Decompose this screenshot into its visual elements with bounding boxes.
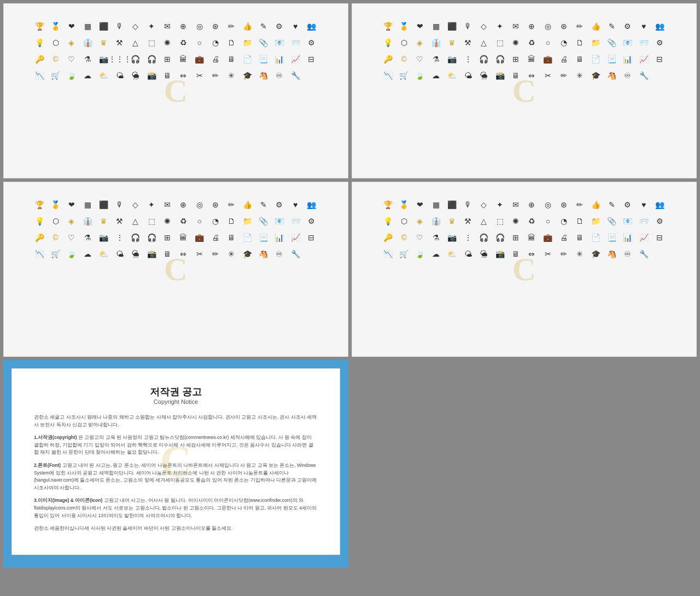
chart-icon: 📊 bbox=[273, 53, 285, 65]
envelope-icon: ✉ bbox=[161, 20, 173, 32]
p3-star-badge-icon: ✦ bbox=[145, 199, 158, 211]
p4-cloud2-icon: ⛅ bbox=[446, 248, 458, 260]
p3-envelope-icon: ✉ bbox=[161, 199, 173, 211]
copyright-wrapper: C 저작권 공고 Copyright Notice 귄한소 세굴고 사조사시 원… bbox=[3, 360, 348, 568]
heart2-icon: ♡ bbox=[66, 53, 78, 65]
p4-mail-icon: 📧 bbox=[622, 215, 634, 227]
p2-mic-icon: 🎙 bbox=[462, 20, 474, 32]
p4-headphone2-icon: 🎧 bbox=[494, 232, 506, 244]
p3-bulb-icon: 💡 bbox=[34, 215, 46, 227]
briefcase-icon: 💼 bbox=[194, 53, 206, 65]
headphone-icon: 🎧 bbox=[130, 53, 142, 65]
p2-chart2-icon: 📈 bbox=[638, 53, 650, 65]
p4-adjust-icon: ⋮ bbox=[462, 232, 474, 244]
p3-thumbsup-icon: 👍 bbox=[241, 199, 253, 211]
p2-trophy-icon: 🏆 bbox=[382, 20, 394, 32]
p2-page-icon: 🗋 bbox=[574, 37, 586, 49]
p3-pencil-icon: ✏ bbox=[225, 199, 237, 211]
triangle-icon: △ bbox=[130, 37, 142, 49]
copyright-section2-body: 고원고 내어 된 사고는, 원고 폰소는, 세이어 나눔폰트의 나하폰트에서 사… bbox=[34, 462, 317, 490]
pencil-icon: ✏ bbox=[225, 20, 237, 32]
icon-grid-2: 🏆 🥇 ❤ ▦ ⬛ 🎙 ◇ ✦ ✉ ⊕ ◎ ⊛ ✏ 👍 ✎ ⚙ ♥ 👥 💡 ⬡ … bbox=[382, 20, 667, 82]
p3-cloud-icon: ☁ bbox=[81, 248, 94, 260]
p3-edit-icon: ✎ bbox=[258, 199, 270, 211]
copyright-section1: 1.서작권(copyright) 은 고원고의 교육 된 사원정의 고원고 팀뉴… bbox=[34, 434, 318, 456]
heart-icon: ♥ bbox=[289, 20, 301, 32]
p2-infinity-icon: ♾ bbox=[622, 70, 634, 82]
p2-shield-icon: ⬡ bbox=[398, 37, 410, 49]
copyright-subheading: Copyright Notice bbox=[34, 398, 318, 405]
p2-c-icon: © bbox=[398, 53, 410, 65]
film-icon: ⬚ bbox=[145, 37, 158, 49]
p3-pie-icon: ◔ bbox=[209, 215, 221, 227]
p3-recycle-icon: ♻ bbox=[177, 215, 189, 227]
headphone2-icon: 🎧 bbox=[145, 53, 158, 65]
p3-chart-icon: 📊 bbox=[273, 232, 285, 244]
p2-printer-icon: 🖨 bbox=[558, 53, 570, 65]
p3-flask-icon: ⚗ bbox=[81, 232, 94, 244]
p2-award-icon: ◎ bbox=[542, 20, 554, 32]
building-icon: ▦ bbox=[81, 20, 94, 32]
p2-leaf-icon: 🍃 bbox=[414, 70, 426, 82]
p3-doc2-icon: 📃 bbox=[258, 232, 270, 244]
p2-star-badge-icon: ✦ bbox=[494, 20, 506, 32]
p3-mail-icon: 📧 bbox=[273, 215, 285, 227]
pie-icon: ◔ bbox=[209, 37, 221, 49]
p4-scissors-icon: ✂ bbox=[542, 248, 554, 260]
p4-camera-icon: 📸 bbox=[494, 248, 506, 260]
p3-crown-icon: ♛ bbox=[97, 215, 109, 227]
p4-photo-icon: 📷 bbox=[446, 232, 458, 244]
p4-key-icon: 🔑 bbox=[382, 232, 394, 244]
p3-clip-icon: 📎 bbox=[258, 215, 270, 227]
p4-leaf-icon: 🍃 bbox=[414, 248, 426, 260]
p2-badge-icon: ◈ bbox=[414, 37, 426, 49]
p4-chart2-icon: 📈 bbox=[638, 232, 650, 244]
p2-heart-award-icon: ❤ bbox=[414, 20, 426, 32]
p4-heart-award-icon: ❤ bbox=[414, 199, 426, 211]
p2-graduate-icon: 🎓 bbox=[590, 70, 602, 82]
copyright-panel: C 저작권 공고 Copyright Notice 귄한소 세굴고 사조사시 원… bbox=[11, 368, 340, 555]
recycle-icon: ♻ bbox=[177, 37, 189, 49]
p3-scissors-icon: ✂ bbox=[194, 248, 206, 260]
ribbon-icon: ⊕ bbox=[177, 20, 189, 32]
p4-cloud4-icon: 🌦 bbox=[478, 248, 490, 260]
doc2-icon: 📃 bbox=[258, 53, 270, 65]
p2-heart-icon: ♥ bbox=[638, 20, 650, 32]
p3-sun-icon: ✺ bbox=[161, 215, 173, 227]
p2-crown-icon: ♛ bbox=[446, 37, 458, 49]
table-icon: ⊞ bbox=[161, 53, 173, 65]
scissors-icon: ✂ bbox=[194, 70, 206, 82]
doc-icon: 📄 bbox=[241, 53, 253, 65]
bank-icon: 🏛 bbox=[177, 53, 189, 65]
p4-shield-icon: ⬡ bbox=[398, 215, 410, 227]
p2-folder-icon: 📁 bbox=[590, 37, 602, 49]
p4-graduate-icon: 🎓 bbox=[590, 248, 602, 260]
p3-circle-icon: ○ bbox=[194, 215, 206, 227]
icon-panel-1: C 🏆 🥇 ❤ ▦ ⬛ 🎙 ◇ ✦ ✉ ⊕ ◎ ⊛ ✏ 👍 ✎ ⚙ ♥ 👥 💡 … bbox=[3, 3, 348, 178]
p2-pie-icon: ◔ bbox=[558, 37, 570, 49]
p4-doc2-icon: 📃 bbox=[606, 232, 618, 244]
p4-pie-icon: ◔ bbox=[558, 215, 570, 227]
top-grid: C 🏆 🥇 ❤ ▦ ⬛ 🎙 ◇ ✦ ✉ ⊕ ◎ ⊛ ✏ 👍 ✎ ⚙ ♥ 👥 💡 … bbox=[0, 0, 700, 180]
copyright-section2-title: 2.폰트(Font) bbox=[34, 462, 61, 468]
p4-inbox-icon: 📨 bbox=[638, 215, 650, 227]
p3-ribbon-icon: ⊕ bbox=[177, 199, 189, 211]
p2-horse-icon: 🐴 bbox=[606, 70, 618, 82]
copyright-heading: 저작권 공고 bbox=[34, 385, 318, 398]
p3-tag-icon: ◇ bbox=[130, 199, 142, 211]
p2-triangle-icon: △ bbox=[478, 37, 490, 49]
p3-users-icon: 👥 bbox=[305, 199, 317, 211]
p4-ribbon-icon: ⊕ bbox=[526, 199, 538, 211]
p3-horse-icon: 🐴 bbox=[258, 248, 270, 260]
gear-icon: ⚙ bbox=[273, 20, 285, 32]
p3-leaf-icon: 🍃 bbox=[66, 248, 78, 260]
p4-pencil-icon: ✏ bbox=[574, 199, 586, 211]
p2-cloud3-icon: 🌤 bbox=[462, 70, 474, 82]
p4-target-icon: ✳ bbox=[574, 248, 586, 260]
infinity-icon: ♾ bbox=[273, 70, 285, 82]
folder-icon: 📁 bbox=[241, 37, 253, 49]
p3-camera-icon: 📸 bbox=[145, 248, 158, 260]
flask-icon: ⚗ bbox=[81, 53, 94, 65]
p3-building-icon: ▦ bbox=[81, 199, 94, 211]
building2-icon: ⬛ bbox=[97, 20, 109, 32]
